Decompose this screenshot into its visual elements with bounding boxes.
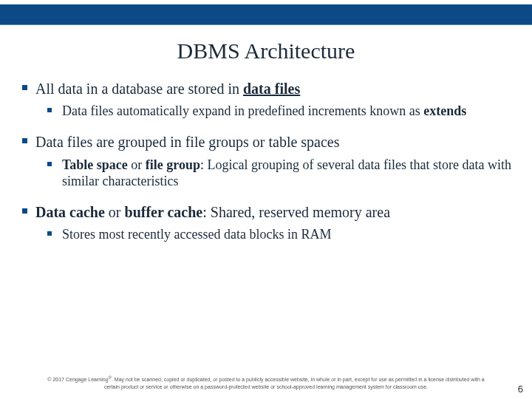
bullet-text-bold: Table space [62,157,128,172]
bullet-list: All data in a database are stored in dat… [21,80,511,243]
slide-content: All data in a database are stored in dat… [0,80,532,243]
sub-bullet-list: Table space or file group: Logical group… [35,157,511,190]
bullet-text: or [128,157,146,172]
bullet-text-bold: extends [423,103,466,118]
copyright-footer: © 2017 Cengage Learning®. May not be sca… [0,375,532,390]
slide-title: DBMS Architecture [0,38,532,64]
bullet-text: All data in a database are stored in [35,81,243,97]
footer-text: © 2017 Cengage Learning [47,378,108,383]
sub-bullet-list: Stores most recently accessed data block… [35,227,511,243]
footer-text: . May not be scanned, copied or duplicat… [112,378,485,383]
bullet-text-bold: data files [243,81,300,97]
bullet-text: Data files are grouped in file groups or… [35,134,340,150]
bullet-text: Stores most recently accessed data block… [62,227,331,242]
sub-bullet-list: Data files automatically expand in prede… [35,103,511,120]
bullet-text-bold: Data cache [35,204,105,220]
page-number: 6 [518,383,523,395]
bullet-item: Data cache or buffer cache: Shared, rese… [21,203,511,243]
bullet-item: All data in a database are stored in dat… [21,80,511,120]
bullet-text-bold: file group [146,157,200,172]
sub-bullet-item: Data files automatically expand in prede… [46,103,511,120]
header-bar-wrap [0,0,532,25]
bullet-text-bold: buffer cache [125,204,203,220]
sub-bullet-item: Stores most recently accessed data block… [46,227,511,243]
bullet-item: Data files are grouped in file groups or… [21,133,511,189]
bullet-text: Data files automatically expand in prede… [62,103,423,118]
bullet-text: or [105,204,125,220]
footer-text: certain product or service or otherwise … [104,384,428,389]
header-bar [0,4,532,25]
sub-bullet-item: Table space or file group: Logical group… [46,157,511,190]
bullet-text: : Shared, reserved memory area [202,204,390,220]
